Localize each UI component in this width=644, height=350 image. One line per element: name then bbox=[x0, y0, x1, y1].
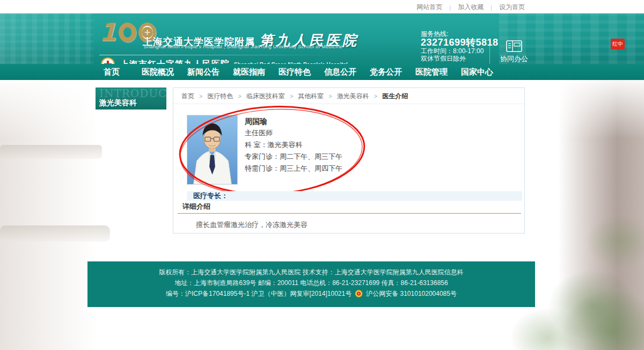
sidebar-title-english: INTRODUCE bbox=[99, 88, 163, 99]
doctor-portrait-photo bbox=[187, 115, 238, 185]
nav-item-medical-features[interactable]: 医疗特色 bbox=[279, 67, 311, 77]
link-add-favorite[interactable]: 加入收藏 bbox=[458, 3, 484, 12]
medical-specialty-bar: 医疗专长： bbox=[187, 191, 522, 201]
nav-item-news[interactable]: 新闻公告 bbox=[187, 67, 219, 77]
topbar-links: 网站首页 | 加入收藏 | 设为首页 bbox=[416, 3, 525, 12]
doctor-expert-clinic: 专家门诊：周二下午、周三下午 bbox=[245, 151, 342, 163]
nav-item-home[interactable]: 首页 bbox=[104, 67, 120, 77]
breadcrumb-home[interactable]: 首页 bbox=[181, 88, 194, 104]
main-navigation: 首页 医院概况 新闻公告 就医指南 医疗特色 信息公开 党务公开 医院管理 国家… bbox=[0, 64, 644, 80]
doctor-special-clinic: 特需门诊：周三上午、周四下午 bbox=[245, 163, 342, 174]
header-divider bbox=[99, 55, 335, 55]
breadcrumb-medical-features[interactable]: 医疗特色 bbox=[207, 88, 233, 104]
breadcrumb-other-departments[interactable]: 其他科室 bbox=[298, 88, 324, 104]
breadcrumb-separator: > bbox=[290, 88, 293, 104]
breadcrumb-separator: > bbox=[328, 88, 332, 104]
redcross-hospital-name: 上海市红十字第九人民医院 bbox=[120, 59, 230, 64]
work-time: 工作时间：8:00-17:00 bbox=[421, 47, 499, 55]
orange-divider bbox=[178, 213, 521, 214]
sidebar-section-box: INTRODUCE 激光美容科 bbox=[96, 88, 166, 110]
link-set-homepage[interactable]: 设为首页 bbox=[499, 3, 525, 12]
topbar-separator: | bbox=[491, 4, 492, 11]
site-footer: 版权所有：上海交通大学医学院附属第九人民医院 技术支持：上海交通大学医学院附属第… bbox=[87, 261, 535, 307]
content-panel: 首页 > 医疗特色 > 临床医技科室 > 其他科室 > 激光美容科 > 医生介绍 bbox=[173, 88, 525, 234]
collaborative-office-link[interactable]: 协同办公 bbox=[498, 40, 530, 64]
nav-item-visit-guide[interactable]: 就医指南 bbox=[233, 67, 265, 77]
breadcrumb-separator: > bbox=[199, 88, 202, 104]
nav-item-hospital-overview[interactable]: 医院概况 bbox=[142, 67, 174, 77]
hotline-label: 服务热线: bbox=[421, 30, 499, 38]
breadcrumb-clinical-departments[interactable]: 临床医技科室 bbox=[246, 88, 285, 104]
red-badge[interactable]: 红中 bbox=[611, 39, 625, 49]
topbar-separator: | bbox=[449, 4, 451, 11]
background-column-molding bbox=[0, 145, 102, 159]
nav-item-hospital-management[interactable]: 医院管理 bbox=[415, 67, 448, 77]
link-site-home[interactable]: 网站首页 bbox=[416, 3, 442, 12]
nav-item-party-affairs[interactable]: 党务公开 bbox=[370, 67, 402, 77]
office-window-icon bbox=[506, 40, 522, 52]
background-column-pedestal bbox=[0, 225, 110, 242]
work-time-note: 双休节假日除外 bbox=[421, 55, 499, 62]
nav-item-info-disclosure[interactable]: 信息公开 bbox=[324, 67, 356, 77]
footer-security-record-link[interactable]: 沪公网安备 31010102004085号 bbox=[366, 288, 457, 299]
doctor-specialty-description: 擅长血管瘤激光治疗，冷冻激光美容 bbox=[196, 220, 308, 230]
hospital-name-english: Shanghai Ninth People's Hospital , Shang… bbox=[144, 44, 343, 49]
doctor-title: 主任医师 bbox=[245, 127, 342, 139]
breadcrumb-separator: > bbox=[374, 88, 377, 104]
nav-item-national-center[interactable]: 国家中心 bbox=[461, 67, 493, 77]
breadcrumb-separator: > bbox=[238, 88, 241, 104]
logo-zero-ring bbox=[119, 23, 136, 42]
footer-address: 地址：上海市制造局路639号 邮编：200011 电话总机：86-21-2327… bbox=[87, 278, 535, 288]
oa-label: 协同办公 bbox=[498, 54, 530, 64]
breadcrumb: 首页 > 医疗特色 > 临床医技科室 > 其他科室 > 激光美容科 > 医生介绍 bbox=[173, 88, 524, 104]
site-header: 1 ✛ 上海交通大学医学院附属第九人民医院 Shanghai Ninth Peo… bbox=[0, 13, 644, 64]
header-vertical-divider bbox=[489, 39, 490, 64]
header-building-photo-left bbox=[0, 13, 94, 64]
redcross-row: 上海市红十字第九人民医院 Shanghai Red Cross Ninth Pe… bbox=[101, 57, 348, 64]
hotline-number: 23271699转5818 bbox=[421, 38, 499, 47]
breadcrumb-laser-cosmetology[interactable]: 激光美容科 bbox=[337, 88, 369, 104]
service-hotline-block: 服务热线: 23271699转5818 工作时间：8:00-17:00 双休节假… bbox=[421, 30, 499, 62]
police-badge-icon bbox=[355, 289, 363, 298]
footer-icp-number: 编号：沪ICP备17041895号-1 沪卫（中医）网复审[2014]10021… bbox=[166, 288, 352, 299]
red-cross-icon bbox=[101, 57, 115, 64]
doctor-name: 周国瑜 bbox=[245, 115, 342, 127]
footer-copyright: 版权所有：上海交通大学医学院附属第九人民医院 技术支持：上海交通大学医学院附属第… bbox=[87, 267, 535, 278]
detail-intro-label: 详细介绍 bbox=[182, 202, 210, 212]
doctor-info: 周国瑜 主任医师 科 室：激光美容科 专家门诊：周二下午、周三下午 特需门诊：周… bbox=[245, 115, 342, 174]
top-utility-bar: 网站首页 | 加入收藏 | 设为首页 bbox=[0, 0, 644, 13]
doctor-department: 科 室：激光美容科 bbox=[245, 139, 342, 151]
logo-digit-1: 1 bbox=[99, 20, 116, 44]
breadcrumb-doctor-intro: 医生介绍 bbox=[382, 88, 408, 104]
